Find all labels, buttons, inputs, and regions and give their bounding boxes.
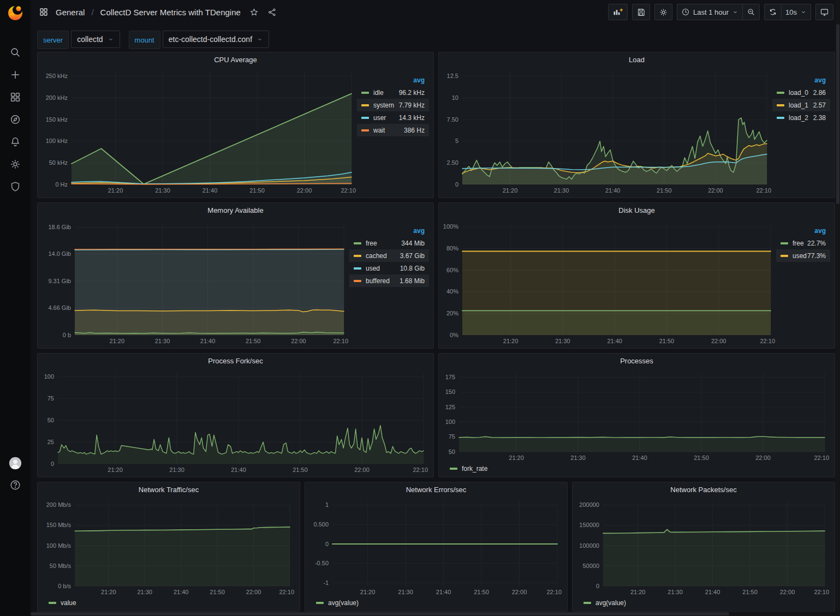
panel-title-processes[interactable]: Processes [439,354,835,368]
share-icon[interactable] [267,8,277,17]
vertical-scrollbar[interactable] [836,0,840,616]
horizontal-scrollbar[interactable] [0,612,840,616]
disk-usage-chart[interactable]: 0%20%40%60%80%100%21:2021:3021:4021:5022… [442,217,776,346]
svg-text:22:00: 22:00 [291,338,306,344]
svg-text:125: 125 [445,404,455,410]
legend-avg-header: avg [357,76,429,86]
cpu-average-chart[interactable]: 0 Hz50 kHz100 kHz150 kHz200 kHz250 kHz21… [41,67,357,195]
svg-text:60%: 60% [446,267,458,273]
series-color-swatch [583,602,591,604]
explore-compass-icon[interactable] [9,113,22,126]
refresh-button[interactable] [764,4,781,20]
legend-item[interactable]: load_12.57 [772,99,830,111]
panel-title-cpu-average[interactable]: CPU Average [38,52,433,67]
legend-item[interactable]: user14.3 kHz [357,111,429,124]
panel-title-process-fork[interactable]: Process Fork/sec [38,354,433,368]
variable-server-label[interactable]: server [37,31,69,49]
refresh-interval-picker[interactable]: 10s [781,4,811,20]
cycle-view-mode-button[interactable] [815,4,833,20]
svg-text:21:20: 21:20 [503,187,518,194]
zoom-out-time-button[interactable] [742,4,760,20]
dashboard-settings-button[interactable] [654,4,672,20]
legend-item[interactable]: free22.7% [776,237,830,249]
panel-title-network-traffic[interactable]: Network Traffic/sec [38,482,300,497]
variable-server-value[interactable]: collectd [71,31,120,48]
svg-text:100000: 100000 [579,542,599,549]
top-navbar: General / CollectD Server Metrics with T… [31,0,840,24]
panel-title-memory-available[interactable]: Memory Available [38,203,433,217]
svg-text:22:10: 22:10 [413,467,428,473]
legend-item[interactable]: used77.3% [776,249,830,262]
svg-text:4.66 Gib: 4.66 Gib [48,304,71,311]
legend-item[interactable]: load_22.38 [772,111,830,124]
network-packets-legend[interactable]: avg(value) [576,597,830,609]
time-range-picker[interactable]: Last 1 hour [677,4,742,20]
admin-shield-icon[interactable] [9,180,22,193]
svg-text:21:40: 21:40 [231,467,246,473]
star-icon[interactable] [249,8,259,17]
svg-text:0: 0 [51,460,54,467]
variable-mount-value[interactable]: etc-collectd-collectd.conf [163,31,269,48]
legend-item[interactable]: system7.79 kHz [357,99,429,111]
svg-text:21:30: 21:30 [169,467,184,473]
memory-available-chart[interactable]: 0 b4.66 Gib9.31 Gib14.0 Gib18.6 Gib21:20… [41,217,349,346]
disk-usage-legend: avgfree22.7%used77.3% [776,217,830,346]
create-plus-icon[interactable] [9,68,22,81]
chevron-down-icon [800,9,807,15]
processes-legend[interactable]: fork_rate [442,463,830,475]
help-icon[interactable] [9,479,22,492]
panel-load: Load 02.5057.501012.521:2021:3021:4021:5… [438,52,835,198]
panel-title-network-errors[interactable]: Network Errors/sec [305,482,567,497]
network-errors-chart[interactable]: -1-0.5000.500121:2021:3021:4021:5022:002… [308,497,563,597]
grafana-logo-icon[interactable] [6,3,25,22]
svg-text:100: 100 [445,418,455,425]
save-dashboard-button[interactable] [632,4,650,20]
breadcrumb-section[interactable]: General [56,8,85,17]
panel-title-load[interactable]: Load [439,52,835,67]
network-errors-legend[interactable]: avg(value) [308,597,563,609]
panel-title-network-packets[interactable]: Network Packets/sec [573,482,835,497]
process-fork-chart[interactable]: 025507510021:2021:3021:4021:5022:0022:10 [41,368,429,475]
chevron-down-icon [732,9,738,15]
network-traffic-legend[interactable]: value [41,597,295,609]
dashboards-grid-icon[interactable] [9,91,22,104]
legend-item[interactable]: used10.8 Gib [349,262,429,274]
horizontal-scrollbar-thumb[interactable] [31,612,729,615]
legend-item[interactable]: free344 Mib [349,237,429,249]
panel-title-disk-usage[interactable]: Disk Usage [439,203,835,217]
series-color-swatch [361,129,369,131]
legend-item[interactable]: cached3.67 Gib [349,249,429,262]
legend-item[interactable]: wait386 Hz [357,124,429,136]
svg-text:14.0 Gib: 14.0 Gib [48,250,71,257]
vertical-scrollbar-thumb[interactable] [836,24,839,204]
svg-text:-1: -1 [323,579,329,586]
series-color-swatch [781,242,788,244]
svg-text:0: 0 [596,583,599,589]
svg-text:100 Mb/s: 100 Mb/s [46,542,72,549]
legend-item[interactable]: load_02.86 [772,86,830,99]
panel-network-packets: Network Packets/sec 05000010000015000020… [572,482,835,612]
svg-text:0 Hz: 0 Hz [55,181,68,188]
configuration-gear-icon[interactable] [9,158,22,171]
svg-text:22:00: 22:00 [711,338,726,344]
user-avatar[interactable] [9,457,22,470]
page-title[interactable]: CollectD Server Metrics with TDengine [100,8,241,17]
series-color-swatch [316,602,324,604]
network-packets-chart[interactable]: 05000010000015000020000021:2021:3021:402… [576,497,830,597]
load-chart[interactable]: 02.5057.501012.521:2021:3021:4021:5022:0… [442,67,772,195]
alerting-bell-icon[interactable] [9,135,22,148]
legend-item[interactable]: buffered1.68 Mib [349,274,429,287]
svg-text:21:30: 21:30 [155,338,170,344]
svg-text:21:20: 21:20 [101,589,116,595]
legend-item[interactable]: idle96.2 kHz [357,86,429,99]
svg-text:21:20: 21:20 [360,589,376,595]
dashboard-grid-icon[interactable] [37,5,50,19]
svg-text:21:20: 21:20 [110,338,125,344]
search-icon[interactable] [9,46,22,59]
variable-mount-label[interactable]: mount [129,31,160,49]
processes-chart[interactable]: 507510012515017521:2021:3021:4021:5022:0… [442,368,830,463]
add-panel-button[interactable] [608,4,628,20]
svg-text:21:40: 21:40 [174,589,189,595]
series-color-swatch [354,267,361,270]
network-traffic-chart[interactable]: 0 b/s50 Mb/s100 Mb/s150 Mb/s200 Mb/s21:2… [41,497,295,597]
